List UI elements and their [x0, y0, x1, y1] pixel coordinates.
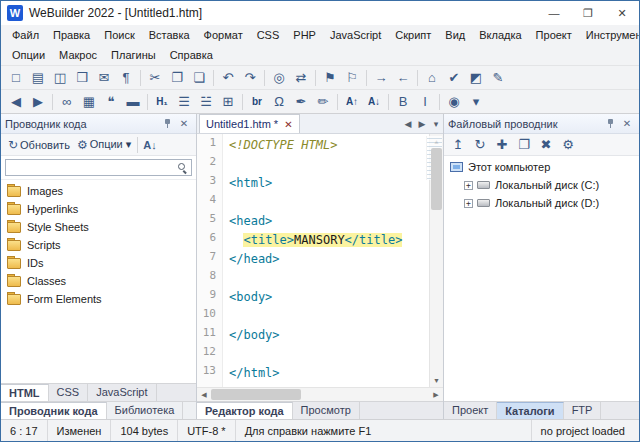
find-replace-icon[interactable]: ⇄ [290, 68, 312, 88]
font-decrease-icon[interactable]: A↓ [363, 92, 385, 112]
more-tools-icon[interactable]: ▾ [465, 92, 487, 112]
redo-icon[interactable]: ↷ [239, 68, 261, 88]
go-up-icon[interactable]: ↥ [447, 135, 469, 155]
bullet-list-icon[interactable]: ☰ [173, 92, 195, 112]
save-all-icon[interactable]: ❒ [71, 68, 93, 88]
menu-item[interactable]: PHP [286, 27, 323, 43]
new-document-icon[interactable]: □ [5, 68, 27, 88]
close-icon[interactable]: ✕ [605, 1, 639, 25]
gear-icon[interactable]: ⚙ [77, 138, 88, 152]
code-explorer-folder[interactable]: Hyperlinks [1, 200, 196, 218]
save-icon[interactable]: ◫ [49, 68, 71, 88]
toggle-bookmark-icon[interactable]: ⚑ [319, 68, 341, 88]
menu-item[interactable]: Поиск [97, 27, 141, 43]
vertical-scrollbar[interactable]: ▲ ▼ [429, 134, 443, 387]
font-increase-icon[interactable]: A↑ [341, 92, 363, 112]
scroll-left-icon[interactable]: ◀ [197, 388, 211, 402]
panel-tab[interactable]: FTP [564, 402, 602, 419]
line-break-icon[interactable]: br [246, 92, 268, 112]
pin-icon[interactable] [160, 116, 176, 132]
delete-icon[interactable]: ✖ [535, 135, 557, 155]
table-icon[interactable]: ⊞ [217, 92, 239, 112]
vertical-scroll-thumb[interactable] [431, 148, 442, 210]
outdent-icon[interactable]: ← [392, 68, 414, 88]
zoom-icon[interactable]: ◉ [443, 92, 465, 112]
tab-scroll-icon[interactable]: ▾ [429, 115, 443, 133]
editor-view-tab[interactable]: Просмотр [293, 402, 360, 419]
expander-icon[interactable]: + [464, 199, 473, 208]
panel-tab[interactable]: Каталоги [497, 402, 563, 419]
indent-icon[interactable]: → [370, 68, 392, 88]
search-icon[interactable] [177, 162, 188, 173]
numbered-list-icon[interactable]: ☱ [195, 92, 217, 112]
minimize-icon[interactable]: — [537, 1, 571, 25]
new-folder-icon[interactable]: ✚ [491, 135, 513, 155]
panel-tab[interactable]: Проводник кода [1, 402, 107, 419]
tab-scroll-icon[interactable]: ◀ [401, 115, 415, 133]
code-explorer-folder[interactable]: Images [1, 182, 196, 200]
horizontal-scroll-thumb[interactable] [211, 389, 301, 400]
code-editor[interactable]: <!DOCTYPE HTML><html><head> <title>MANSO… [223, 134, 429, 387]
copy-icon[interactable]: ❐ [513, 135, 535, 155]
menu-item[interactable]: Проект [529, 27, 579, 43]
menu-item[interactable]: Вид [438, 27, 472, 43]
open-file-icon[interactable]: ▤ [27, 68, 49, 88]
panel-tab[interactable]: Проект [444, 402, 497, 419]
hyperlink-icon[interactable]: ∞ [56, 92, 78, 112]
editor-view-tab[interactable]: Редактор кода [197, 402, 293, 419]
preview-in-browser-icon[interactable]: ⌂ [421, 68, 443, 88]
menu-item[interactable]: Скрипт [388, 27, 438, 43]
panel-tab[interactable]: Библиотека [107, 402, 184, 419]
code-explorer-folder[interactable]: Style Sheets [1, 218, 196, 236]
code-explorer-folder[interactable]: Form Elements [1, 290, 196, 308]
file-explorer-item[interactable]: +Локальный диск (C:) [444, 176, 639, 194]
goto-bookmark-icon[interactable]: ⚐ [341, 68, 363, 88]
italic-icon[interactable]: I [414, 92, 436, 112]
copy-icon[interactable]: ❐ [166, 68, 188, 88]
menu-item[interactable]: Правка [46, 27, 97, 43]
menu-item[interactable]: CSS [250, 27, 287, 43]
pin-icon[interactable] [603, 116, 619, 132]
paste-icon[interactable]: ❏ [188, 68, 210, 88]
file-explorer-item[interactable]: Этот компьютер [444, 158, 639, 176]
tab-scroll-icon[interactable]: ▶ [415, 115, 429, 133]
panel-close-icon[interactable]: ✕ [176, 116, 192, 132]
horizontal-scrollbar[interactable]: ◀ ▶ [197, 387, 443, 401]
search-input[interactable] [9, 162, 177, 174]
code-explorer-folder[interactable]: IDs [1, 254, 196, 272]
refresh-icon[interactable]: ↻ [8, 138, 18, 152]
scroll-right-icon[interactable]: ▶ [429, 388, 443, 402]
code-explorer-folder[interactable]: Classes [1, 272, 196, 290]
horizontal-rule-icon[interactable]: ▬ [122, 92, 144, 112]
menu-item[interactable]: Вставка [142, 27, 197, 43]
menu-item[interactable]: Плагины [104, 47, 163, 63]
expander-icon[interactable]: + [464, 181, 473, 190]
menu-item[interactable]: Опции [5, 47, 52, 63]
menu-item[interactable]: Инструменты [579, 27, 640, 43]
panel-close-icon[interactable]: ✕ [619, 116, 635, 132]
code-explorer-folder[interactable]: Scripts [1, 236, 196, 254]
menu-item[interactable]: Макрос [52, 47, 104, 63]
tab-close-icon[interactable]: ✕ [284, 119, 292, 130]
menu-item[interactable]: Вкладка [472, 27, 528, 43]
settings-icon[interactable]: ⚙ [557, 135, 579, 155]
email-icon[interactable]: ✉ [93, 68, 115, 88]
special-characters-icon[interactable]: Ω [268, 92, 290, 112]
refresh-icon[interactable]: ↻ [469, 135, 491, 155]
image-icon[interactable]: ▦ [78, 92, 100, 112]
menu-item[interactable]: Формат [197, 27, 250, 43]
heading-1-icon[interactable]: H₁ [151, 92, 173, 112]
format-code-icon[interactable]: ✏ [312, 92, 334, 112]
scroll-down-icon[interactable]: ▼ [430, 373, 443, 387]
maximize-icon[interactable]: ❐ [571, 1, 605, 25]
print-icon[interactable]: ¶ [115, 68, 137, 88]
undo-icon[interactable]: ↶ [217, 68, 239, 88]
refresh-button[interactable]: Обновить [20, 139, 70, 151]
language-tab[interactable]: JavaScript [88, 384, 156, 401]
sort-icon[interactable]: A↓ [143, 139, 156, 151]
navigate-forward-icon[interactable]: ▶ [27, 92, 49, 112]
bold-icon[interactable]: B [392, 92, 414, 112]
options-dropdown[interactable]: Опции ▾ [90, 138, 132, 151]
find-icon[interactable]: ◎ [268, 68, 290, 88]
menu-item[interactable]: JavaScript [323, 27, 388, 43]
